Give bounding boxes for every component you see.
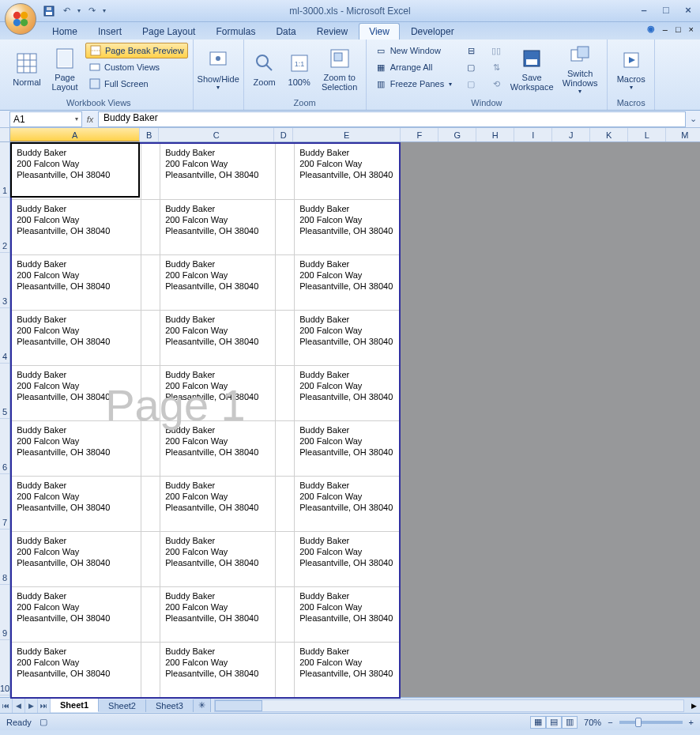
qat-customize-icon[interactable]: ▾ <box>103 7 106 14</box>
tab-formulas[interactable]: Formulas <box>206 24 265 40</box>
cell[interactable]: Buddy Baker200 Falcon WayPleasantville, … <box>160 144 276 199</box>
normal-view-button[interactable]: Normal <box>9 43 44 95</box>
show-hide-button[interactable]: Show/Hide ▾ <box>201 43 235 95</box>
cell[interactable]: Buddy Baker200 Falcon WayPleasantville, … <box>12 200 141 254</box>
chevron-down-icon[interactable]: ▾ <box>75 115 78 122</box>
cell[interactable]: Buddy Baker200 Falcon WayPleasantville, … <box>295 532 399 586</box>
undo-icon[interactable]: ↶ <box>60 5 73 17</box>
macro-record-icon[interactable]: ▢ <box>40 717 47 727</box>
arrange-all-button[interactable]: ▦Arrange All <box>371 59 455 75</box>
fx-icon[interactable]: fx <box>82 115 98 124</box>
zoom-out-button[interactable]: − <box>608 718 612 727</box>
sheet-tab-1[interactable]: Sheet1 <box>51 699 99 712</box>
col-header-E[interactable]: E <box>293 128 401 141</box>
cell[interactable]: Buddy Baker200 Falcon WayPleasantville, … <box>295 643 399 697</box>
col-header-G[interactable]: G <box>438 128 476 141</box>
freeze-panes-button[interactable]: ▥Freeze Panes▾ <box>371 76 455 92</box>
select-all-corner[interactable] <box>0 128 9 142</box>
page-layout-view-button[interactable]: Page Layout <box>47 43 82 95</box>
zoom-to-selection-button[interactable]: Zoom to Selection <box>318 43 361 95</box>
new-window-button[interactable]: ▭New Window <box>371 43 455 58</box>
tab-developer[interactable]: Developer <box>401 24 464 40</box>
mdi-minimize-button[interactable]: – <box>663 24 668 34</box>
tab-page-layout[interactable]: Page Layout <box>133 24 205 40</box>
row-header-4[interactable]: 4 <box>0 308 9 364</box>
tab-home[interactable]: Home <box>43 24 87 40</box>
cell[interactable]: Buddy Baker200 Falcon WayPleasantville, … <box>160 643 276 697</box>
macros-button[interactable]: Macros ▾ <box>614 43 649 95</box>
cell[interactable]: Buddy Baker200 Falcon WayPleasantville, … <box>295 311 399 365</box>
cell[interactable] <box>141 477 160 531</box>
cell[interactable]: Buddy Baker200 Falcon WayPleasantville, … <box>12 477 141 531</box>
tab-view[interactable]: View <box>359 23 400 40</box>
cell[interactable] <box>276 144 295 199</box>
col-header-B[interactable]: B <box>140 128 159 141</box>
view-side-by-side-button[interactable]: ▯▯ <box>487 43 506 58</box>
cell[interactable] <box>276 532 295 586</box>
cell[interactable]: Buddy Baker200 Falcon WayPleasantville, … <box>160 477 276 531</box>
page-layout-shortcut-icon[interactable]: ▤ <box>546 716 562 729</box>
cell[interactable] <box>141 643 160 697</box>
split-button[interactable]: ⊟ <box>461 43 480 58</box>
switch-windows-button[interactable]: Switch Windows ▾ <box>558 43 602 95</box>
reset-position-button[interactable]: ⟲ <box>487 76 506 92</box>
cell[interactable] <box>141 311 160 365</box>
sync-scroll-button[interactable]: ⇅ <box>487 59 506 75</box>
row-header-9[interactable]: 9 <box>0 585 9 640</box>
zoom-button[interactable]: Zoom <box>249 43 280 95</box>
cell[interactable]: Buddy Baker200 Falcon WayPleasantville, … <box>12 643 141 697</box>
zoom-in-button[interactable]: + <box>689 718 694 727</box>
cell[interactable]: Buddy Baker200 Falcon WayPleasantville, … <box>12 144 141 199</box>
sheet-tab-3[interactable]: Sheet3 <box>146 699 194 712</box>
horizontal-scrollbar[interactable] <box>214 699 684 712</box>
cell[interactable]: Buddy Baker200 Falcon WayPleasantville, … <box>160 421 276 476</box>
cell[interactable] <box>141 255 160 310</box>
tab-review[interactable]: Review <box>307 24 357 40</box>
col-header-C[interactable]: C <box>159 128 274 141</box>
help-icon[interactable]: ◉ <box>647 24 655 34</box>
sheet-nav-last-icon[interactable]: ⏭ <box>38 699 51 713</box>
tab-data[interactable]: Data <box>266 24 305 40</box>
sheet-tab-2[interactable]: Sheet2 <box>99 699 146 712</box>
cell[interactable] <box>141 366 160 420</box>
cell[interactable] <box>141 144 160 199</box>
cell[interactable] <box>141 587 160 642</box>
col-header-M[interactable]: M <box>666 128 700 141</box>
row-header-7[interactable]: 7 <box>0 474 9 530</box>
row-header-3[interactable]: 3 <box>0 253 9 308</box>
hide-button[interactable]: ▢ <box>461 59 480 75</box>
zoom-slider-thumb[interactable] <box>635 718 642 727</box>
cell[interactable] <box>141 200 160 254</box>
row-header-2[interactable]: 2 <box>0 198 9 253</box>
page-break-shortcut-icon[interactable]: ▥ <box>562 716 578 729</box>
zoom-slider[interactable] <box>619 721 683 724</box>
cell[interactable] <box>276 587 295 642</box>
cell[interactable]: Buddy Baker200 Falcon WayPleasantville, … <box>160 200 276 254</box>
col-header-A[interactable]: A <box>10 128 140 141</box>
page-break-preview-button[interactable]: Page Break Preview <box>85 43 188 58</box>
cell[interactable]: Buddy Baker200 Falcon WayPleasantville, … <box>295 587 399 642</box>
cell[interactable] <box>141 532 160 586</box>
scroll-right-icon[interactable]: ▶ <box>687 702 700 710</box>
cell[interactable]: Buddy Baker200 Falcon WayPleasantville, … <box>295 255 399 310</box>
cell[interactable] <box>276 477 295 531</box>
cell[interactable] <box>276 255 295 310</box>
col-header-D[interactable]: D <box>274 128 293 141</box>
cell[interactable]: Buddy Baker200 Falcon WayPleasantville, … <box>295 144 399 199</box>
name-box[interactable]: A1 ▾ <box>9 111 82 127</box>
close-button[interactable]: × <box>681 3 695 16</box>
cell[interactable] <box>276 421 295 476</box>
normal-shortcut-icon[interactable]: ▦ <box>530 716 546 729</box>
cell[interactable] <box>276 366 295 420</box>
undo-dropdown-icon[interactable]: ▾ <box>77 7 81 14</box>
insert-sheet-button[interactable]: ✳ <box>194 699 211 712</box>
cell[interactable]: Buddy Baker200 Falcon WayPleasantville, … <box>12 366 141 420</box>
save-icon[interactable] <box>43 5 55 17</box>
row-header-5[interactable]: 5 <box>0 364 9 419</box>
col-header-K[interactable]: K <box>590 128 628 141</box>
tab-insert[interactable]: Insert <box>88 24 131 40</box>
cell[interactable]: Buddy Baker200 Falcon WayPleasantville, … <box>160 587 276 642</box>
row-header-1[interactable]: 1 <box>0 142 9 198</box>
formula-input[interactable]: Buddy Baker <box>98 111 686 127</box>
cell[interactable]: Buddy Baker200 Falcon WayPleasantville, … <box>12 532 141 586</box>
